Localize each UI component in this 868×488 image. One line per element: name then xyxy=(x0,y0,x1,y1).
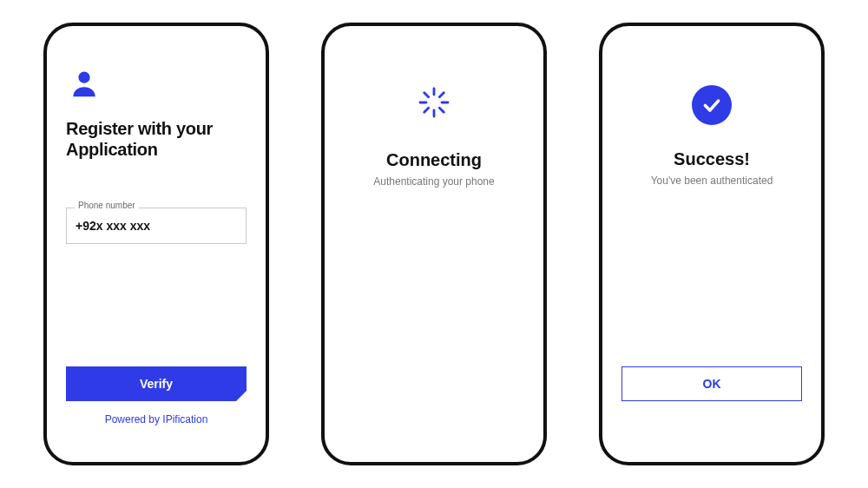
connecting-content: Connecting Authenticating your phone xyxy=(344,85,524,188)
svg-line-7 xyxy=(439,93,444,97)
success-title: Success! xyxy=(674,149,750,169)
register-title: Register with your Application xyxy=(66,118,247,160)
phone-frame-register: Register with your Application Phone num… xyxy=(43,23,269,465)
connecting-subtitle: Authenticating your phone xyxy=(373,175,494,188)
checkmark-icon xyxy=(692,85,732,125)
spinner-icon xyxy=(417,85,451,120)
verify-button[interactable]: Verify xyxy=(66,366,247,401)
connecting-title: Connecting xyxy=(386,150,482,170)
svg-point-0 xyxy=(78,71,89,82)
phone-frame-connecting: Connecting Authenticating your phone xyxy=(321,23,547,465)
svg-line-8 xyxy=(424,108,429,112)
powered-by-label: Powered by IPification xyxy=(47,413,266,425)
success-content: Success! You've been authenticated xyxy=(621,85,802,187)
svg-line-5 xyxy=(424,93,429,97)
ok-button[interactable]: OK xyxy=(621,366,802,401)
person-icon xyxy=(68,68,101,101)
phone-number-field: Phone number xyxy=(66,208,247,244)
register-header: Register with your Application xyxy=(66,50,247,160)
phone-number-label: Phone number xyxy=(75,201,139,210)
register-title-line2: Application xyxy=(66,140,158,159)
phone-number-input[interactable] xyxy=(66,208,247,244)
svg-line-6 xyxy=(439,108,444,112)
phone-frame-success: Success! You've been authenticated OK xyxy=(599,23,825,465)
register-title-line1: Register with your xyxy=(66,119,213,138)
success-subtitle: You've been authenticated xyxy=(651,175,773,187)
